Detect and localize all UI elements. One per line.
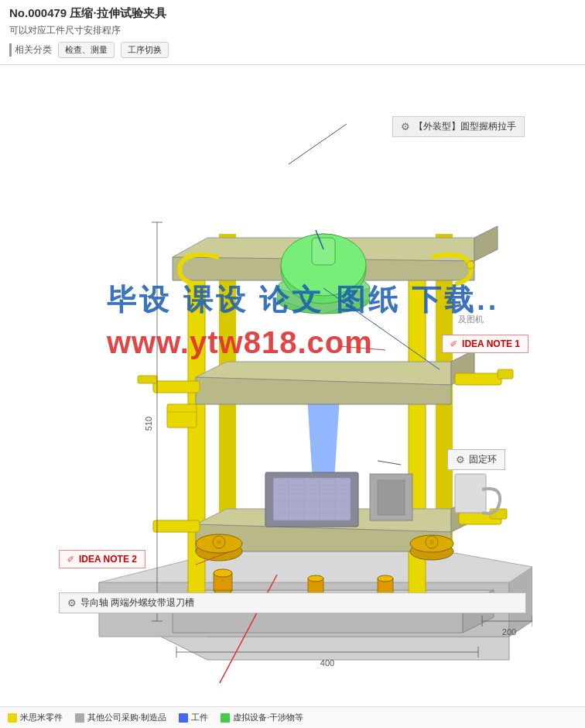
legend-color-3 bbox=[221, 713, 230, 723]
svg-rect-52 bbox=[138, 376, 157, 383]
legend-label-1: 其他公司采购·制造品 bbox=[87, 712, 166, 723]
main-content: 510 400 200 毕设 课设 论文 图纸 下载.. 及图机 www.ytw… bbox=[0, 65, 585, 728]
svg-rect-41 bbox=[273, 478, 351, 520]
legend-label-3: 虚拟设备·干涉物等 bbox=[233, 712, 303, 723]
svg-rect-53 bbox=[455, 373, 501, 385]
legend-item-3: 虚拟设备·干涉物等 bbox=[221, 712, 303, 723]
annotation-top-right[interactable]: ⚙ 【外装型】圆型握柄拉手 bbox=[392, 116, 525, 137]
svg-point-63 bbox=[308, 575, 323, 582]
idea-note-1-text: IDEA NOTE 1 bbox=[462, 338, 520, 349]
svg-rect-55 bbox=[153, 520, 200, 532]
pencil-icon-1: ✏ bbox=[448, 338, 461, 351]
svg-text:400: 400 bbox=[320, 658, 334, 668]
legend-item-0: 米思米零件 bbox=[8, 712, 63, 723]
page-container: No.000479 压缩·拉伸试验夹具 可以对应工件尺寸安排程序 相关分类 检查… bbox=[0, 0, 585, 728]
svg-rect-38 bbox=[312, 238, 335, 265]
sub-title: 可以对应工件尺寸安排程序 bbox=[9, 24, 576, 37]
tag-process[interactable]: 工序切换 bbox=[121, 42, 169, 58]
svg-point-73 bbox=[467, 261, 474, 269]
legend-label-0: 米思米零件 bbox=[20, 712, 63, 723]
header: No.000479 压缩·拉伸试验夹具 可以对应工件尺寸安排程序 相关分类 检查… bbox=[0, 0, 585, 65]
annotation-fixed-ring[interactable]: ⚙ 固定环 bbox=[447, 449, 505, 470]
legend-item-2: 工件 bbox=[179, 712, 208, 723]
svg-point-83 bbox=[429, 540, 434, 544]
tags-label: 相关分类 bbox=[9, 43, 52, 57]
legend-item-1: 其他公司采购·制造品 bbox=[75, 712, 166, 723]
svg-text:200: 200 bbox=[502, 627, 516, 637]
page-title: No.000479 压缩·拉伸试验夹具 bbox=[9, 6, 576, 21]
svg-point-66 bbox=[378, 575, 393, 582]
annotation-idea-note-1[interactable]: ✏ IDEA NOTE 1 bbox=[442, 335, 529, 353]
svg-text:510: 510 bbox=[144, 417, 153, 431]
svg-rect-76 bbox=[455, 474, 486, 513]
legend-color-0 bbox=[8, 713, 17, 723]
diagram-area: 510 400 200 毕设 课设 论文 图纸 下载.. 及图机 www.ytw… bbox=[0, 73, 585, 705]
guide-shaft-text: 导向轴 两端外螺纹带退刀槽 bbox=[80, 596, 194, 610]
annotation-top-right-text: 【外装型】圆型握柄拉手 bbox=[414, 120, 516, 133]
fixed-ring-text: 固定环 bbox=[469, 453, 497, 466]
annotation-idea-note-2[interactable]: ✏ IDEA NOTE 2 bbox=[59, 550, 145, 568]
svg-rect-51 bbox=[153, 381, 200, 393]
svg-marker-26 bbox=[474, 226, 498, 261]
gear-icon-fixed: ⚙ bbox=[456, 454, 465, 465]
diagram-wrapper: 510 400 200 毕设 课设 论文 图纸 下载.. 及图机 www.ytw… bbox=[53, 94, 532, 683]
svg-rect-67 bbox=[167, 404, 197, 428]
tag-inspection[interactable]: 检查、测量 bbox=[58, 42, 115, 58]
legend-label-2: 工件 bbox=[191, 712, 208, 723]
pencil-icon-2: ✏ bbox=[65, 553, 78, 566]
gear-icon-guide: ⚙ bbox=[67, 597, 77, 609]
legend-color-2 bbox=[179, 713, 188, 723]
tags-row: 相关分类 检查、测量 工序切换 bbox=[9, 42, 576, 61]
annotation-guide-shaft[interactable]: ⚙ 导向轴 两端外螺纹带退刀槽 bbox=[59, 592, 526, 613]
svg-rect-50 bbox=[378, 480, 405, 515]
svg-rect-54 bbox=[498, 369, 513, 379]
legend-bar: 米思米零件 其他公司采购·制造品 工件 虚拟设备·干涉物等 bbox=[0, 706, 585, 728]
legend-color-1 bbox=[75, 713, 84, 723]
svg-point-60 bbox=[214, 569, 232, 577]
svg-point-81 bbox=[217, 540, 221, 544]
idea-note-2-text: IDEA NOTE 2 bbox=[79, 554, 137, 565]
gear-icon-top: ⚙ bbox=[401, 121, 410, 132]
